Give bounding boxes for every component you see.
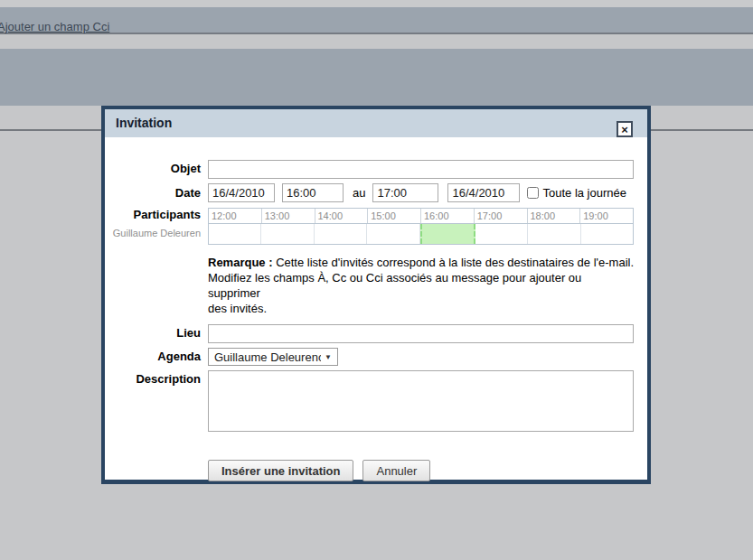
- hour-label: 16:00: [421, 209, 475, 223]
- end-date-input[interactable]: [447, 183, 520, 202]
- close-button[interactable]: ×: [617, 121, 633, 137]
- note-line-1: Remarque : Cette liste d'invités corresp…: [208, 255, 635, 270]
- participants-label-column: Participants Guillaume Deleuren: [105, 208, 201, 238]
- hour-label: 14:00: [315, 209, 369, 223]
- availability-cell[interactable]: [261, 224, 314, 244]
- chevron-down-icon: ▼: [325, 353, 332, 361]
- all-day-label: Toute la journée: [542, 183, 626, 202]
- dialog-titlebar: Invitation ×: [105, 109, 647, 137]
- availability-grid: 12:00 13:00 14:00 15:00 16:00 17:00 18:0…: [208, 208, 634, 245]
- availability-cell[interactable]: [475, 224, 528, 244]
- lieu-label: Lieu: [105, 324, 201, 342]
- start-date-input[interactable]: [208, 183, 275, 202]
- availability-cell[interactable]: [528, 224, 580, 244]
- availability-cell[interactable]: [367, 224, 419, 244]
- availability-cell[interactable]: [315, 224, 367, 244]
- availability-cell[interactable]: [581, 224, 633, 244]
- availability-cell[interactable]: [209, 224, 261, 244]
- objet-input[interactable]: [208, 160, 634, 179]
- invitation-dialog: Invitation × Objet Date au Toute la jour…: [101, 106, 651, 484]
- participants-label: Participants: [105, 208, 201, 221]
- add-cci-link[interactable]: Ajouter un champ Cci: [0, 20, 109, 33]
- dialog-title: Invitation: [116, 116, 172, 130]
- date-label: Date: [105, 184, 201, 202]
- screen: Ajouter un champ Cci pg (image/jpeg) 24 …: [0, 0, 753, 560]
- hour-label: 19:00: [580, 209, 633, 223]
- hour-label: 13:00: [262, 209, 315, 223]
- availability-grid-body: [209, 224, 633, 244]
- agenda-selected-value: Guillaume Deleurence: [214, 350, 321, 364]
- availability-grid-header: 12:00 13:00 14:00 15:00 16:00 17:00 18:0…: [209, 209, 633, 224]
- end-time-input[interactable]: [372, 183, 438, 202]
- objet-row: Objet: [105, 160, 647, 179]
- note-line-3: des invités.: [208, 301, 635, 316]
- hour-label: 18:00: [528, 209, 581, 223]
- description-label: Description: [105, 372, 201, 387]
- note-text: Remarque : Cette liste d'invités corresp…: [208, 255, 635, 316]
- hour-label: 12:00: [209, 209, 262, 223]
- insert-invitation-button[interactable]: Insérer une invitation: [208, 460, 353, 481]
- date-row: Date au Toute la journée: [105, 183, 647, 202]
- cancel-button[interactable]: Annuler: [362, 460, 430, 481]
- lieu-input[interactable]: [208, 324, 634, 343]
- agenda-select[interactable]: Guillaume Deleurence ▼: [208, 348, 338, 366]
- close-icon: ×: [621, 124, 628, 135]
- date-separator-label: au: [353, 183, 365, 202]
- hour-label: 15:00: [368, 209, 421, 223]
- hour-label: 17:00: [475, 209, 528, 223]
- note-bold: Remarque :: [208, 256, 273, 269]
- agenda-row: Agenda Guillaume Deleurence ▼: [105, 348, 647, 366]
- dialog-buttons: Insérer une invitation Annuler: [208, 460, 647, 481]
- all-day-checkbox[interactable]: [527, 187, 539, 199]
- objet-label: Objet: [105, 160, 201, 178]
- lieu-row: Lieu: [105, 324, 647, 343]
- description-row: Description: [105, 370, 647, 432]
- participant-name: Guillaume Deleuren: [105, 228, 201, 238]
- background-top-strip: [0, 0, 753, 7]
- agenda-label: Agenda: [105, 348, 201, 366]
- attachment-band: pg (image/jpeg) 24 Ko: [0, 49, 753, 106]
- compose-header-band: Ajouter un champ Cci: [0, 7, 753, 34]
- dialog-body: Objet Date au Toute la journée Participa…: [105, 137, 647, 480]
- description-textarea[interactable]: [208, 370, 634, 432]
- note-line-2: Modifiez les champs À, Cc ou Cci associé…: [208, 270, 635, 301]
- availability-cell-busy[interactable]: [420, 224, 475, 244]
- start-time-input[interactable]: [282, 183, 344, 202]
- participants-row: Participants Guillaume Deleuren 12:00 13…: [105, 208, 647, 245]
- background-strip: [0, 36, 753, 49]
